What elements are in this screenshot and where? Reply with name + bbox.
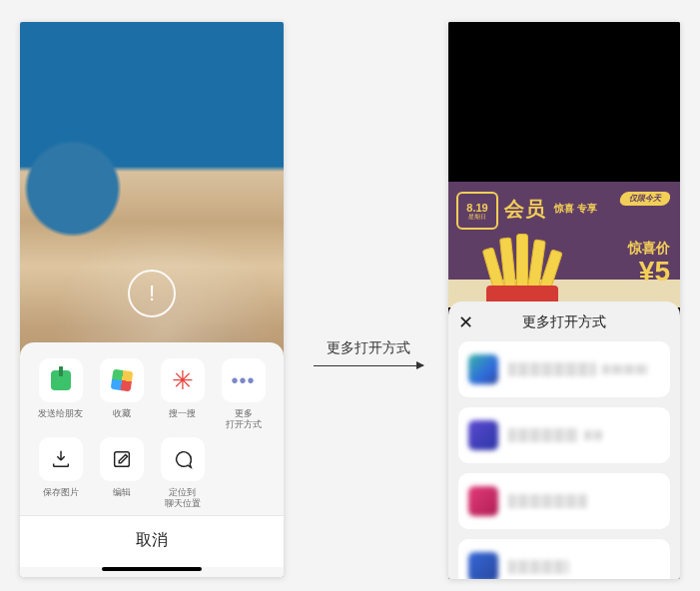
sheet-title: 更多打开方式 (458, 313, 670, 331)
action-locate-chat[interactable]: 定位到 聊天位置 (152, 437, 213, 510)
badge-date: 8.19 (466, 202, 487, 214)
app-icon-4 (468, 552, 498, 579)
promo-banner: 8.19 星期日 会员 惊喜 专享 仅限今天 惊喜价 ¥5 (448, 182, 680, 307)
action-scan[interactable]: ✳ 搜一搜 (152, 358, 213, 431)
action-label: 编辑 (113, 487, 131, 509)
app-name-redacted (508, 360, 660, 378)
list-item[interactable] (458, 407, 670, 463)
action-edit[interactable]: 编辑 (91, 437, 152, 510)
right-phone: 8.19 星期日 会员 惊喜 专享 仅限今天 惊喜价 ¥5 ✕ 更多打开方式 (448, 22, 680, 579)
list-item[interactable] (458, 539, 670, 579)
open-with-sheet: ✕ 更多打开方式 (448, 301, 680, 579)
arrow-caption: 更多打开方式 (312, 339, 425, 357)
app-icon-1 (468, 354, 498, 384)
action-row-2: 保存图片 编辑 定位到 聊天位置 (30, 437, 274, 510)
today-only-tag: 仅限今天 (618, 192, 671, 206)
arrow-right-icon (314, 365, 423, 366)
price-value: ¥5 (628, 258, 670, 286)
action-sheet: 发送给朋友 收藏 ✳ 搜一搜 ••• 更多 打开方式 保存图片 (20, 342, 284, 577)
alert-circle-icon: ! (128, 270, 176, 317)
left-phone: ! 发送给朋友 收藏 ✳ 搜一搜 ••• 更多 打开方式 (20, 22, 284, 577)
sparkle-icon: ✳ (161, 358, 205, 402)
list-item[interactable] (458, 473, 670, 529)
action-label: 收藏 (113, 408, 131, 430)
action-label: 发送给朋友 (38, 408, 83, 430)
app-name-redacted (508, 492, 660, 510)
app-list (448, 341, 680, 579)
action-label: 保存图片 (43, 487, 79, 509)
ellipsis-icon: ••• (222, 358, 266, 402)
action-send-friend[interactable]: 发送给朋友 (30, 358, 91, 431)
download-icon (39, 437, 83, 481)
sheet-header: ✕ 更多打开方式 (448, 301, 680, 341)
app-name-redacted (508, 558, 660, 576)
cancel-button[interactable]: 取消 (20, 515, 284, 567)
action-save-image[interactable]: 保存图片 (30, 437, 91, 510)
action-label: 更多 打开方式 (226, 408, 262, 431)
video-area (448, 22, 680, 182)
app-icon-3 (468, 486, 498, 516)
action-open-more[interactable]: ••• 更多 打开方式 (213, 358, 274, 431)
home-indicator (102, 567, 202, 571)
member-headline: 会员 惊喜 专享 (504, 196, 597, 223)
date-badge: 8.19 星期日 (456, 192, 498, 230)
action-label: 定位到 聊天位置 (165, 487, 201, 510)
fries-illustration (470, 240, 574, 307)
action-favorite[interactable]: 收藏 (91, 358, 152, 431)
app-name-redacted (508, 426, 660, 444)
action-label: 搜一搜 (169, 408, 196, 430)
badge-weekday: 星期日 (468, 214, 486, 221)
price-block: 惊喜价 ¥5 (628, 240, 670, 286)
member-text: 会员 (504, 198, 546, 220)
action-row-1: 发送给朋友 收藏 ✳ 搜一搜 ••• 更多 打开方式 (30, 358, 274, 431)
list-item[interactable] (458, 341, 670, 397)
forward-icon (39, 358, 83, 402)
member-small: 惊喜 专享 (554, 203, 597, 214)
app-icon-2 (468, 420, 498, 450)
favorite-cube-icon (100, 358, 144, 402)
chat-bubble-icon (161, 437, 205, 481)
edit-icon (100, 437, 144, 481)
flow-arrow: 更多打开方式 (312, 339, 425, 366)
